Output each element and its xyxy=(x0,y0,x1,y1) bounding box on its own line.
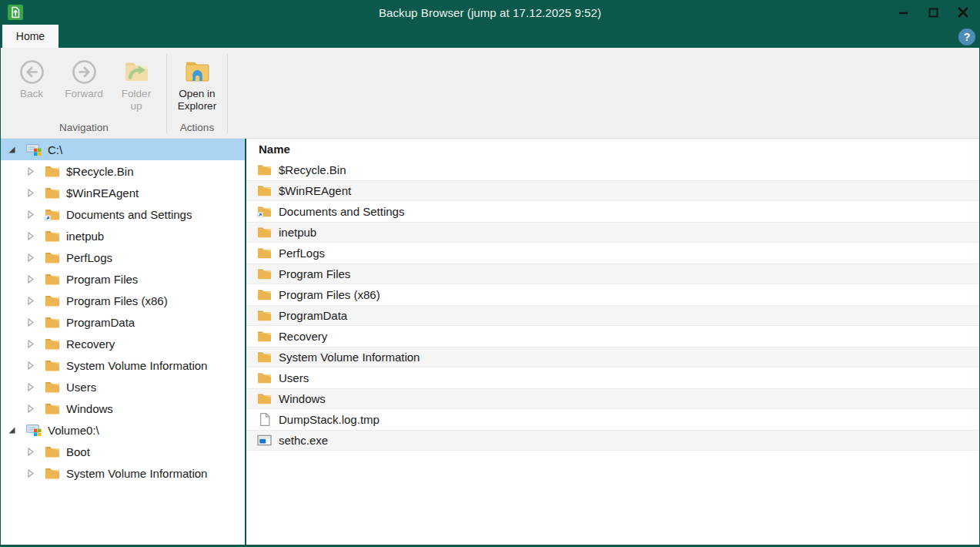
list-item-recovery[interactable]: Recovery xyxy=(246,326,979,347)
tree-item-label: inetpub xyxy=(66,230,104,243)
chevron-collapsed-icon[interactable] xyxy=(25,274,35,284)
tree-item-system-volume-information[interactable]: System Volume Information xyxy=(1,354,245,376)
chevron-collapsed-icon[interactable] xyxy=(25,166,35,176)
tree-item-label: Volume0:\ xyxy=(48,424,99,437)
tree-item-volume0[interactable]: Volume0:\ xyxy=(1,419,245,441)
list-item-programdata[interactable]: ProgramData xyxy=(246,305,979,326)
chevron-expanded-icon[interactable] xyxy=(7,425,16,435)
list-item-users[interactable]: Users xyxy=(246,367,979,388)
tree-item-system-volume-information[interactable]: System Volume Information xyxy=(1,462,245,484)
folder-icon xyxy=(45,315,60,329)
folder-shortcut-icon xyxy=(257,204,272,219)
folder-icon xyxy=(45,250,60,264)
tree-item-winreagent[interactable]: $WinREAgent xyxy=(1,182,245,203)
folder-icon xyxy=(45,229,60,243)
folder-shortcut-icon xyxy=(45,207,60,221)
chevron-collapsed-icon[interactable] xyxy=(25,188,35,197)
list-item-inetpub[interactable]: inetpub xyxy=(246,222,979,243)
chevron-collapsed-icon[interactable] xyxy=(25,296,35,305)
list-item-label: inetpub xyxy=(279,226,316,239)
help-icon[interactable]: ? xyxy=(958,29,975,45)
tree-item-label: $Recycle.Bin xyxy=(66,165,134,178)
tree-item-program-files-x86[interactable]: Program Files (x86) xyxy=(1,290,245,311)
list-item-perflogs[interactable]: PerfLogs xyxy=(246,243,979,263)
list-item-label: ProgramData xyxy=(279,309,347,322)
folder-icon xyxy=(45,186,60,200)
tab-home[interactable]: Home xyxy=(2,25,59,48)
back-button[interactable]: Back xyxy=(8,54,55,102)
folder-icon xyxy=(257,391,272,406)
tree-item-users[interactable]: Users xyxy=(1,376,245,398)
list-item-program-files-x86[interactable]: Program Files (x86) xyxy=(246,284,979,305)
tree-item-label: ProgramData xyxy=(66,316,135,329)
tree-item-label: PerfLogs xyxy=(66,251,112,264)
list-item-label: sethc.exe xyxy=(279,434,328,447)
list-item-label: Documents and Settings xyxy=(279,205,404,218)
folder-icon xyxy=(45,337,60,351)
exe-icon xyxy=(257,433,272,448)
tree-item-recycle-bin[interactable]: $Recycle.Bin xyxy=(1,160,245,182)
tree-item-documents-and-settings[interactable]: Documents and Settings xyxy=(1,203,245,225)
list-item-winreagent[interactable]: $WinREAgent xyxy=(246,180,979,201)
tree-item-label: Documents and Settings xyxy=(66,208,192,221)
chevron-collapsed-icon[interactable] xyxy=(25,404,35,413)
chevron-expanded-icon[interactable] xyxy=(7,145,16,154)
chevron-collapsed-icon[interactable] xyxy=(25,210,35,219)
tree-item-perflogs[interactable]: PerfLogs xyxy=(1,247,245,268)
tree-item-inetpub[interactable]: inetpub xyxy=(1,225,245,247)
folder-icon xyxy=(257,225,272,240)
forward-button[interactable]: Forward xyxy=(61,54,107,102)
list-item-documents-and-settings[interactable]: Documents and Settings xyxy=(246,201,979,222)
folder-icon xyxy=(257,371,272,385)
open-in-explorer-button[interactable]: Open in Explorer xyxy=(174,54,220,114)
tree-item-label: System Volume Information xyxy=(66,359,207,372)
tree-item-boot[interactable]: Boot xyxy=(1,441,245,462)
chevron-collapsed-icon[interactable] xyxy=(25,339,35,348)
ribbon: BackForwardFolder upNavigationOpen in Ex… xyxy=(1,48,979,139)
folder-icon xyxy=(257,163,272,177)
list-item-recycle-bin[interactable]: $Recycle.Bin xyxy=(246,159,979,180)
folder-tree-pane: C:\$Recycle.Bin$WinREAgentDocuments and … xyxy=(1,139,245,545)
list-item-dumpstack-log-tmp[interactable]: DumpStack.log.tmp xyxy=(246,409,979,430)
minimize-icon[interactable] xyxy=(897,6,909,18)
ribbon-group-navigation: BackForwardFolder upNavigation xyxy=(2,48,166,138)
close-icon[interactable] xyxy=(957,6,969,18)
window-controls xyxy=(897,6,979,18)
chevron-collapsed-icon[interactable] xyxy=(25,447,35,456)
list-item-label: PerfLogs xyxy=(279,247,325,260)
tree-item-label: Windows xyxy=(66,402,113,415)
folder-icon xyxy=(45,466,60,480)
chevron-collapsed-icon[interactable] xyxy=(25,361,35,370)
list-item-label: Users xyxy=(279,371,309,384)
open-in-explorer-icon xyxy=(183,55,211,88)
backup-browser-window: Backup Browser (jump at 17.12.2025 9:52)… xyxy=(0,0,980,547)
tree-item-programdata[interactable]: ProgramData xyxy=(1,311,245,333)
chevron-collapsed-icon[interactable] xyxy=(25,231,35,240)
file-icon xyxy=(257,412,272,427)
chevron-collapsed-icon[interactable] xyxy=(25,253,35,262)
chevron-collapsed-icon[interactable] xyxy=(25,382,35,391)
chevron-collapsed-icon[interactable] xyxy=(25,317,35,327)
tree-item-windows[interactable]: Windows xyxy=(1,398,245,419)
list-item-windows[interactable]: Windows xyxy=(246,388,979,409)
tree-item-recovery[interactable]: Recovery xyxy=(1,333,245,354)
folder-icon xyxy=(45,380,60,394)
drive-icon xyxy=(26,423,42,437)
list-item-program-files[interactable]: Program Files xyxy=(246,263,979,284)
tree-item-label: Program Files (x86) xyxy=(66,294,168,307)
column-header-name[interactable]: Name xyxy=(246,139,979,159)
ribbon-group-label: Navigation xyxy=(8,119,159,135)
tree-item-label: System Volume Information xyxy=(66,467,207,480)
tree-item-label: Program Files xyxy=(66,273,138,286)
tree-item-program-files[interactable]: Program Files xyxy=(1,268,245,290)
tree-item-label: Recovery xyxy=(66,337,115,351)
folder-up-button[interactable]: Folder up xyxy=(113,54,159,114)
titlebar: Backup Browser (jump at 17.12.2025 9:52) xyxy=(1,0,979,25)
chevron-collapsed-icon[interactable] xyxy=(25,468,35,478)
tree-item-c[interactable]: C:\ xyxy=(1,139,245,160)
group-separator xyxy=(227,54,228,133)
list-item-sethc-exe[interactable]: sethc.exe xyxy=(246,430,979,451)
list-item-label: $Recycle.Bin xyxy=(279,163,346,176)
list-item-system-volume-information[interactable]: System Volume Information xyxy=(246,347,979,367)
maximize-icon[interactable] xyxy=(927,6,939,18)
